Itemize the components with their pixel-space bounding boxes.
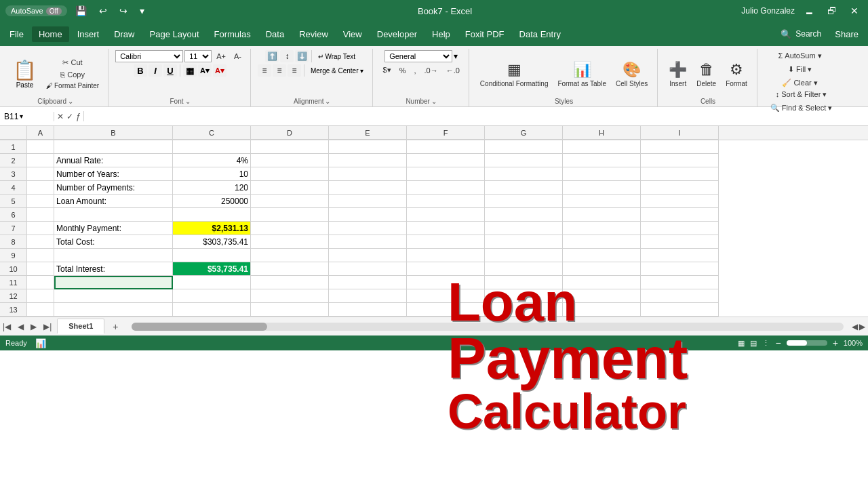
cell-h4[interactable] [563,181,641,195]
italic-button[interactable]: I [149,64,162,77]
cell-e1[interactable] [329,140,407,154]
cell-h5[interactable] [563,195,641,208]
cell-e11[interactable] [329,276,407,289]
scroll-left-button[interactable]: ◀ [852,322,858,331]
cell-a4[interactable] [27,181,54,195]
cell-d7[interactable] [251,222,329,235]
cell-a13[interactable] [27,303,54,317]
cell-h13[interactable] [563,303,641,317]
paste-button[interactable]: 📋 Paste [8,57,41,91]
menu-file[interactable]: File [3,26,31,42]
restore-button[interactable]: 🗗 [823,4,841,18]
cell-i10[interactable] [641,262,719,276]
cell-c13[interactable] [173,303,251,317]
cell-c4[interactable]: 120 [173,181,251,195]
cell-a3[interactable] [27,167,54,181]
cell-g10[interactable] [485,262,563,276]
view-normal-icon[interactable]: ▦ [738,339,745,348]
menu-help[interactable]: Help [425,26,457,42]
increase-font-button[interactable]: A+ [213,51,229,62]
conditional-formatting-button[interactable]: ▦ Conditional Formatting [476,58,553,90]
cell-b9[interactable] [54,249,173,262]
cell-d11[interactable] [251,276,329,289]
cell-e8[interactable] [329,235,407,249]
cell-d2[interactable] [251,154,329,167]
menu-draw[interactable]: Draw [107,26,141,42]
fill-button[interactable]: ⬇ Fill ▾ [785,64,815,75]
col-header-i[interactable]: I [641,126,719,140]
cell-c3[interactable]: 10 [173,167,251,181]
cell-i3[interactable] [641,167,719,181]
cell-i2[interactable] [641,154,719,167]
zoom-slider[interactable] [787,340,827,346]
cell-f9[interactable] [407,249,485,262]
cell-h8[interactable] [563,235,641,249]
menu-review[interactable]: Review [292,26,335,42]
align-center-button[interactable]: ≡ [273,64,286,77]
cell-b8[interactable]: Total Cost: [54,235,173,249]
cell-d5[interactable] [251,195,329,208]
clipboard-expand-icon[interactable]: ⌄ [68,98,73,105]
cell-c2[interactable]: 4% [173,154,251,167]
cell-e6[interactable] [329,208,407,222]
cell-d4[interactable] [251,181,329,195]
cell-a12[interactable] [27,289,54,303]
cell-g6[interactable] [485,208,563,222]
menu-view[interactable]: View [336,26,369,42]
cell-a9[interactable] [27,249,54,262]
cell-i4[interactable] [641,181,719,195]
menu-data[interactable]: Data [259,26,291,42]
font-name-select[interactable]: CalibriArialTimes New Roman [115,50,183,62]
row-header-5[interactable]: 5 [0,195,27,208]
cell-h9[interactable] [563,249,641,262]
row-header-9[interactable]: 9 [0,249,27,262]
delete-button[interactable]: 🗑 Delete [692,58,720,90]
cell-a5[interactable] [27,195,54,208]
format-as-table-button[interactable]: 📊 Format as Table [553,58,610,90]
cell-f7[interactable] [407,222,485,235]
cell-f13[interactable] [407,303,485,317]
formula-input[interactable] [84,112,868,121]
sheet-tab-sheet1[interactable]: Sheet1 [57,319,104,334]
confirm-formula-icon[interactable]: ✓ [66,112,73,121]
menu-data-entry[interactable]: Data Entry [513,26,568,42]
cell-h7[interactable] [563,222,641,235]
cell-b12[interactable] [54,289,173,303]
format-painter-button[interactable]: 🖌 Format Painter [43,81,102,91]
col-header-c[interactable]: C [173,126,251,140]
first-sheet-button[interactable]: |◀ [0,321,14,333]
number-expand-icon[interactable]: ⌄ [431,98,437,105]
align-right-button[interactable]: ≡ [288,64,301,77]
border-button[interactable]: ▦ [183,64,197,77]
row-header-1[interactable]: 1 [0,140,27,154]
next-sheet-button[interactable]: ▶ [28,321,39,333]
col-header-f[interactable]: F [407,126,485,140]
cell-g9[interactable] [485,249,563,262]
close-button[interactable]: ✕ [846,4,863,18]
decrease-font-button[interactable]: A- [231,51,245,62]
cell-d13[interactable] [251,303,329,317]
cell-b7[interactable]: Monthly Payment: [54,222,173,235]
cell-d9[interactable] [251,249,329,262]
cell-a1[interactable] [27,140,54,154]
cell-h6[interactable] [563,208,641,222]
col-header-b[interactable]: B [54,126,173,140]
cell-e12[interactable] [329,289,407,303]
cell-h1[interactable] [563,140,641,154]
search-icon[interactable]: 🔍 [781,29,791,39]
cell-i6[interactable] [641,208,719,222]
cell-i8[interactable] [641,235,719,249]
cell-g1[interactable] [485,140,563,154]
currency-button[interactable]: $▾ [380,64,395,76]
cell-f6[interactable] [407,208,485,222]
scrollbar-track[interactable] [132,323,844,331]
cell-b2[interactable]: Annual Rate: [54,154,173,167]
increase-decimal-button[interactable]: .0→ [420,65,441,76]
cell-g5[interactable] [485,195,563,208]
format-button[interactable]: ⚙ Format [722,58,751,90]
menu-page-layout[interactable]: Page Layout [143,26,206,42]
copy-button[interactable]: ⎘ Copy [43,69,102,80]
cell-e7[interactable] [329,222,407,235]
row-header-8[interactable]: 8 [0,235,27,249]
cell-f11[interactable] [407,276,485,289]
